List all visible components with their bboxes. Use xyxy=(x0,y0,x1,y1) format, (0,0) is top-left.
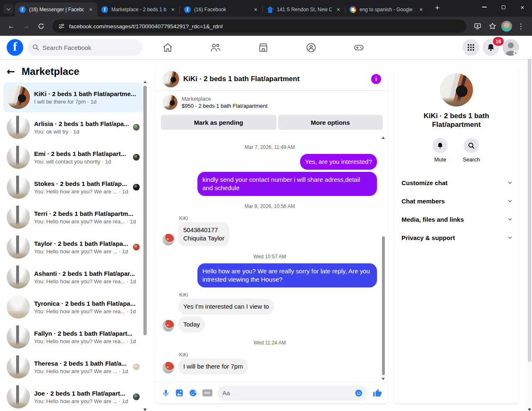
tab-title: 141 S Rendon St, New Or xyxy=(277,7,332,12)
listing-avatar xyxy=(7,206,30,229)
browser-tab[interactable]: f(16) Facebook× xyxy=(180,2,262,17)
browser-tab[interactable]: 141 S Rendon St, New Or× xyxy=(263,2,345,17)
menu-chat-members[interactable]: Chat members xyxy=(394,192,519,210)
chat-scrollbar[interactable] xyxy=(381,136,385,380)
more-options-button[interactable]: More options xyxy=(278,115,383,130)
scroll-down-arrow-icon[interactable] xyxy=(528,409,531,411)
tab-close-icon[interactable]: × xyxy=(87,6,94,13)
browser-profile-avatar[interactable] xyxy=(501,21,512,32)
minimize-button[interactable] xyxy=(475,0,494,14)
menu-media-files-links[interactable]: Media, files and links xyxy=(394,210,519,228)
incoming-message-row: Today xyxy=(163,317,377,332)
mute-action[interactable]: Mute xyxy=(433,138,448,163)
mute-label: Mute xyxy=(434,156,446,163)
scroll-down-arrow-icon[interactable] xyxy=(382,378,385,380)
conversation-item[interactable]: Arlisia · 2 beds 1 bath Flat/apa... You:… xyxy=(3,112,144,142)
message-list[interactable]: Mar 7, 2026, 11:49 AMYes, are you intere… xyxy=(156,135,388,382)
conversation-item[interactable]: Fallyn · 2 beds 1 bath Flat/apart... You… xyxy=(3,322,144,352)
grid-menu-icon xyxy=(467,43,475,52)
conversation-info-panel: KiKi · 2 beds 1 bath Flat/apartment Mute… xyxy=(394,67,519,404)
menu-customize-chat[interactable]: Customize chat xyxy=(394,173,519,192)
sticker-icon[interactable] xyxy=(189,389,197,397)
sender-avatar[interactable] xyxy=(163,362,174,374)
conversation-item[interactable]: Taylor · 2 beds 1 bath Flat/apa... You: … xyxy=(3,232,144,262)
conversation-item[interactable]: Stokes · 2 beds 1 bath Flat/ap... You: H… xyxy=(3,172,144,202)
nav-groups[interactable] xyxy=(301,39,321,56)
outgoing-message-bubble[interactable]: Yes, are you interested? xyxy=(300,154,377,170)
tab-close-icon[interactable]: × xyxy=(170,6,176,13)
site-info-icon[interactable] xyxy=(58,23,65,30)
address-bar[interactable]: facebook.com/messages/t/1700004077954291… xyxy=(52,20,466,33)
attach-photo-icon[interactable] xyxy=(175,389,184,397)
scroll-up-arrow-icon[interactable] xyxy=(143,81,147,83)
back-arrow-icon[interactable]: ← xyxy=(7,67,15,77)
browser-tab[interactable]: f(16) Messenger | Faceboo× xyxy=(15,2,97,17)
url-text[interactable]: facebook.com/messages/t/1700004077954291… xyxy=(69,23,223,30)
tab-list-chevron-button[interactable] xyxy=(3,4,13,14)
zillow-favicon-icon xyxy=(267,6,273,13)
browser-tab[interactable]: eng to spanish - Google S× xyxy=(345,2,428,17)
back-button[interactable]: ← xyxy=(5,20,17,32)
conversation-item[interactable]: Joe · 2 beds 1 bath Flat/apart... You: H… xyxy=(3,382,144,411)
browser-menu-button[interactable]: ⋮ xyxy=(515,20,527,32)
seen-indicator-avatar xyxy=(133,124,140,131)
incoming-message-bubble[interactable]: 5043840177 Chiquita Taylor xyxy=(178,222,229,246)
sidebar-scrollbar[interactable] xyxy=(143,81,147,411)
gif-icon[interactable]: GIF xyxy=(202,389,212,396)
facebook-logo[interactable]: f xyxy=(7,39,23,56)
profile-button[interactable] xyxy=(502,39,519,56)
menu-privacy-support[interactable]: Privacy & support xyxy=(394,228,519,247)
conversation-item[interactable]: Tyronica · 2 beds 1 bath Flat/apa... You… xyxy=(3,292,144,322)
scroll-up-arrow-icon[interactable] xyxy=(382,136,385,139)
sender-avatar[interactable] xyxy=(163,234,174,245)
message-timestamp: Wed 10:57 AM xyxy=(163,254,377,260)
outgoing-message-bubble[interactable]: Hello how are you? We are really sorry f… xyxy=(197,263,377,287)
conversation-text: Terri · 2 beds 1 bath Flat/apartm... You… xyxy=(34,210,140,225)
voice-clip-icon[interactable] xyxy=(162,389,170,398)
incoming-message-bubble[interactable]: Today xyxy=(178,317,205,332)
info-icon[interactable]: i xyxy=(371,74,381,84)
facebook-search[interactable]: Search Facebook xyxy=(27,39,142,56)
tab-close-icon[interactable]: × xyxy=(335,6,342,13)
incoming-message-bubble[interactable]: Yes I’m interested can I view to xyxy=(178,299,274,314)
install-app-button[interactable] xyxy=(471,20,484,32)
scrollbar-thumb[interactable] xyxy=(382,236,385,375)
forward-button[interactable]: → xyxy=(20,20,32,32)
chat-avatar[interactable] xyxy=(163,71,179,87)
nav-gaming[interactable] xyxy=(349,39,369,56)
scroll-down-arrow-icon[interactable] xyxy=(143,409,147,411)
thumbs-up-icon[interactable] xyxy=(373,389,382,398)
apps-menu-button[interactable] xyxy=(463,39,479,56)
conversation-item[interactable]: KiKi · 2 beds 1 bath Flat/apartme... I w… xyxy=(3,82,144,112)
nav-friends[interactable] xyxy=(205,39,225,56)
incoming-message-bubble[interactable]: I will be there for 7pm xyxy=(178,359,248,374)
message-input[interactable]: Aa xyxy=(217,386,368,401)
page-scrollbar[interactable] xyxy=(527,37,532,411)
new-tab-button[interactable]: + xyxy=(432,2,443,13)
nav-home[interactable] xyxy=(158,39,177,56)
maximize-button[interactable] xyxy=(494,0,513,14)
reload-button[interactable] xyxy=(35,20,47,32)
conversation-preview: You: ok will try · 1d xyxy=(34,129,129,135)
scrollbar-thumb[interactable] xyxy=(528,42,531,362)
conversation-preview: You: Hello how are you? We are rea... · … xyxy=(34,278,140,285)
conversation-item[interactable]: Theresa · 2 beds 1 bath Flat/a... You: H… xyxy=(3,352,144,382)
emoji-icon[interactable] xyxy=(355,389,363,397)
friends-icon xyxy=(210,42,221,53)
nav-marketplace[interactable] xyxy=(253,39,273,56)
conversation-item[interactable]: Ashanti · 2 beds 1 bath Flat/apar... You… xyxy=(3,262,144,292)
mark-as-pending-button[interactable]: Mark as pending xyxy=(161,115,276,130)
search-action[interactable]: Search xyxy=(463,138,480,163)
conversation-item[interactable]: Terri · 2 beds 1 bath Flat/apartm... You… xyxy=(3,202,144,232)
scrollbar-thumb[interactable] xyxy=(143,86,147,335)
outgoing-message-bubble[interactable]: kindly send your contact number i will s… xyxy=(197,172,377,196)
bookmark-button[interactable] xyxy=(486,20,499,32)
browser-tab[interactable]: fMarketplace - 2 beds 1 b× xyxy=(97,2,180,17)
close-button[interactable]: × xyxy=(513,0,532,14)
search-placeholder: Search Facebook xyxy=(42,44,91,51)
conversation-item[interactable]: Emi · 2 beds 1 bath Flat/apart... You: w… xyxy=(3,142,144,172)
conversation-name: Theresa · 2 beds 1 bath Flat/a... xyxy=(34,360,129,367)
sender-avatar[interactable] xyxy=(163,320,174,332)
tab-close-icon[interactable]: × xyxy=(252,6,259,13)
tab-close-icon[interactable]: × xyxy=(418,6,424,13)
